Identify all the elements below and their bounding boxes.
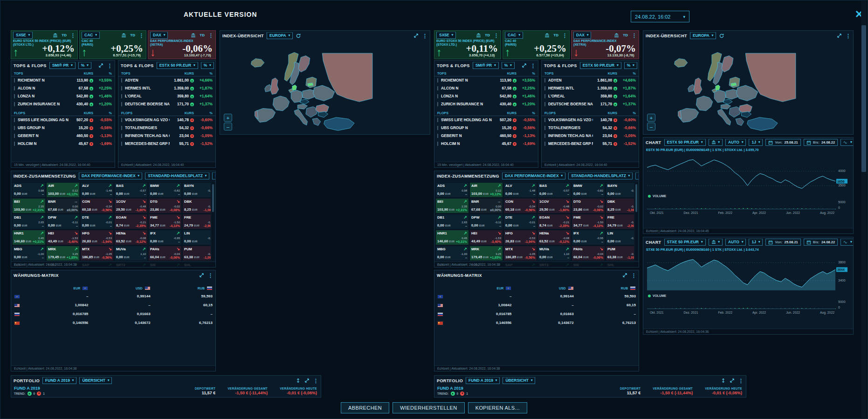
tops-flops-index-selector[interactable]: SMI® PR▾: [49, 62, 76, 69]
drag-handle-icon[interactable]: [121, 94, 122, 98]
composition-cell-ifx[interactable]: IFX↗0,00 EUR-0,95–: [572, 230, 605, 245]
chart-date-from[interactable]: Von:25.08.21: [765, 239, 800, 246]
drag-handle-icon[interactable]: [544, 86, 545, 90]
composition-cell-fme[interactable]: FME↘34,77 EUR-1,50-4,13%: [572, 214, 605, 229]
instrument-row[interactable]: ZURICH INSURANCE N430,40▲+1,20%: [11, 100, 115, 108]
kebab-menu-icon[interactable]: ⋮: [494, 33, 499, 38]
composition-cell-1cov[interactable]: 1COV↘29,50 EUR-0,48-1,60%: [114, 198, 148, 213]
composition-cell-mtx[interactable]: MTX↘186,85 EUR-1,05-0,56%: [80, 246, 114, 261]
composition-selector-0[interactable]: DAX PERFORMANCE-INDEX▾: [79, 172, 142, 179]
composition-cell-muva[interactable]: MUVa↗0,00 EUR1,10–: [537, 246, 571, 261]
expand-icon[interactable]: [522, 63, 527, 68]
composition-cell-muva[interactable]: MUVa↗0,00 EUR1,10–: [114, 246, 148, 261]
kebab-menu-icon[interactable]: ⋮: [107, 63, 112, 68]
europe-map[interactable]: [236, 50, 376, 135]
composition-cell-hena[interactable]: HENa↘63,52 EUR-0,08-0,12%: [114, 230, 148, 245]
composition-cell-con[interactable]: CON↘60,18 EUR-0,34-0,56%: [80, 198, 114, 213]
composition-cell-pum[interactable]: PUM↘63,38 EUR-0,70-1,09%: [606, 246, 634, 261]
expand-icon[interactable]: [304, 378, 310, 383]
tops-flops-unit-selector[interactable]: %▾: [201, 62, 214, 69]
drag-handle-icon[interactable]: [121, 86, 122, 90]
index-tile-sx5e[interactable]: SX5E▾TD⋮EURO STOXX 50 INDEX (PRICE) (EUR…: [434, 30, 501, 59]
instrument-row[interactable]: LONZA N542,80▲+1,46%: [11, 92, 115, 100]
kebab-menu-icon[interactable]: ⋮: [139, 33, 144, 38]
expand-icon[interactable]: [98, 63, 103, 68]
europe-map[interactable]: [659, 50, 799, 135]
instrument-row[interactable]: ALCON N67,58▲+2,25%: [11, 84, 115, 92]
currency-row[interactable]: 0,0167850,01663–: [437, 309, 636, 318]
drag-handle-icon[interactable]: [14, 142, 15, 146]
price-chart[interactable]: 380034003644: [647, 255, 853, 292]
refresh-icon[interactable]: [719, 33, 724, 39]
composition-selector-1[interactable]: STANDARD-HANDELSPLATZ▾: [145, 172, 209, 179]
kebab-menu-icon[interactable]: ⋮: [208, 273, 213, 278]
composition-cell-eoan[interactable]: EOAN↘8,74 EUR-0,21-2,35%: [537, 214, 571, 229]
exchange-bank-icon[interactable]: [191, 33, 196, 38]
composition-cell-bayn[interactable]: BAYN↗0,00 EUR-0,13–: [606, 182, 634, 198]
exchange-bank-icon[interactable]: [121, 33, 126, 38]
resize-vertical-icon[interactable]: [296, 378, 301, 383]
composition-cell-dtg[interactable]: DTG↘23,86 EUR-0,02-0,08%: [572, 198, 605, 213]
instrument-row[interactable]: ADYEN1.861,00▲+4,66%: [542, 76, 639, 84]
composition-cell-eoan[interactable]: EOAN↘8,74 EUR-0,21-2,35%: [114, 214, 148, 229]
composition-cell-bayn[interactable]: BAYN↗0,00 EUR-0,13–: [182, 182, 211, 198]
composition-cell-1cov[interactable]: 1COV↘29,50 EUR-0,48-1,60%: [537, 198, 571, 213]
drag-handle-icon[interactable]: [544, 102, 545, 106]
price-chart[interactable]: 400035003656: [647, 155, 853, 192]
instrument-row[interactable]: INFINEON TECH.AG NA O.N.23,04▼-1,05%: [542, 132, 639, 140]
instrument-row[interactable]: L'OREAL359,80▲+1,64%: [542, 92, 639, 100]
expand-icon[interactable]: [622, 273, 627, 278]
expand-icon[interactable]: [413, 33, 419, 38]
composition-cell-mtx[interactable]: MTX↘186,85 EUR-1,05-0,56%: [503, 246, 537, 261]
composition-cell-ads[interactable]: ADS↗0,00 EUR0,98–: [12, 182, 46, 198]
instrument-row[interactable]: TOTALENERGIES54,32▼-0,66%: [118, 124, 215, 132]
grid-scrollbar[interactable]: [635, 182, 638, 261]
composition-cell-ads[interactable]: ADS↗0,00 EUR0,98–: [435, 182, 469, 198]
chart-venue-selector[interactable]: ▾: [709, 139, 723, 146]
instrument-row[interactable]: RICHEMONT N113,90▲+3,55%: [11, 76, 115, 84]
instrument-row[interactable]: INFINEON TECH.AG NA O.N.23,04▼-1,05%: [118, 132, 215, 140]
composition-selector-2[interactable]: KACHELANSICHT▾: [212, 172, 216, 179]
fund-name-link[interactable]: FUND A 2019: [437, 386, 498, 391]
composition-cell-bas[interactable]: BAS↗0,00 EUR-0,57–: [114, 182, 148, 198]
drag-handle-icon[interactable]: [14, 134, 15, 138]
drag-handle-icon[interactable]: [121, 78, 122, 82]
instrument-row[interactable]: L'OREAL359,80▲+1,64%: [118, 92, 215, 100]
drag-handle-icon[interactable]: [544, 94, 545, 98]
map-region-selector[interactable]: EUROPA▾: [690, 32, 716, 39]
composition-cell-lin[interactable]: LIN↗0,00 EUR-0,78–: [606, 230, 634, 245]
composition-cell-hfg[interactable]: HFG↘26,83 EUR-0,53-1,94%: [80, 230, 114, 245]
instrument-row[interactable]: ZURICH INSURANCE N430,40▲+1,20%: [434, 100, 538, 108]
instrument-row[interactable]: LONZA N542,80▲+1,46%: [434, 92, 538, 100]
drag-handle-icon[interactable]: [544, 118, 545, 122]
instrument-row[interactable]: SWISS LIFE HOLDING AG N507,20▼-0,55%: [434, 116, 538, 124]
drag-handle-icon[interactable]: [437, 118, 438, 122]
instrument-row[interactable]: ALCON N67,58▲+2,25%: [434, 84, 538, 92]
composition-cell-hnr1[interactable]: HNR1↗146,60 EUR0,45+0,31%: [12, 230, 46, 245]
portfolio-view-selector[interactable]: ÜBERSICHT▾: [503, 377, 535, 384]
composition-cell-bmw[interactable]: BMW↗0,00 EUR-0,82–: [572, 182, 605, 198]
kebab-menu-icon[interactable]: ⋮: [70, 33, 76, 38]
exchange-bank-icon[interactable]: [614, 33, 619, 38]
portfolio-view-selector[interactable]: ÜBERSICHT▾: [79, 377, 112, 384]
tops-flops-index-selector[interactable]: ESTX 50 PR.EUR▾: [580, 62, 621, 69]
tops-flops-unit-selector[interactable]: %▾: [624, 62, 637, 69]
composition-cell-mrk[interactable]: MRK↗179,45 EUR3,25+1,85%: [46, 246, 80, 261]
exchange-bank-icon[interactable]: [544, 33, 550, 38]
portfolio-fund-selector[interactable]: FUND A 2019▾: [466, 377, 500, 384]
currency-row[interactable]: 1,00842–60,15: [14, 301, 213, 309]
instrument-row[interactable]: VOLKSWAGEN AG VZO O.N.140,78▼-0,60%: [542, 116, 639, 124]
instrument-row[interactable]: MERCEDES-BENZ GRP NA O.N.55,71▼-1,52%: [118, 140, 215, 148]
composition-cell-alv[interactable]: ALV↗0,00 EUR-1,48–: [80, 182, 114, 198]
copy-as-button[interactable]: KOPIEREN ALS...: [468, 402, 527, 413]
composition-cell-mbg[interactable]: MBG↗0,00 EUR-1,00–: [435, 246, 469, 261]
portfolio-fund-selector[interactable]: FUND A 2019▾: [42, 377, 76, 384]
map-zoom-in-button[interactable]: +: [224, 114, 232, 122]
composition-cell-hfg[interactable]: HFG↘26,83 EUR-0,53-1,94%: [503, 230, 537, 245]
chart-mode-selector[interactable]: AUTO▾: [725, 239, 746, 246]
index-symbol-selector[interactable]: DAX▾: [573, 32, 591, 39]
composition-cell-pahs[interactable]: PAHs↘66,04 EUR-0,04-0,06%: [572, 246, 605, 261]
drag-handle-icon[interactable]: [121, 126, 122, 130]
expand-icon[interactable]: [199, 273, 204, 278]
composition-cell-fre[interactable]: FRE↘24,79 EUR-0,74-2,90%: [182, 214, 211, 229]
